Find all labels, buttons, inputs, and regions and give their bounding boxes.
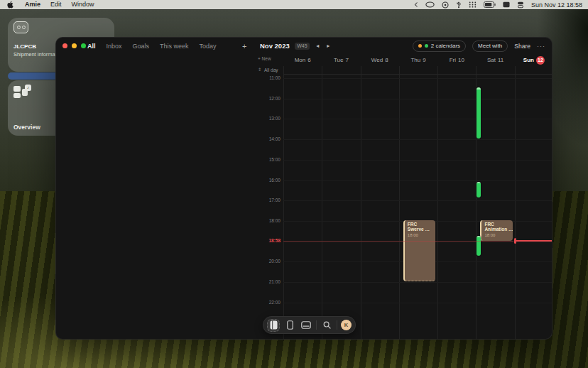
calendars-label: 2 calendars xyxy=(431,43,460,49)
all-day-label: All day xyxy=(264,67,278,72)
day-header-mon[interactable]: Mon6 xyxy=(295,54,311,66)
day-name: Thu xyxy=(410,57,420,63)
event-title: Swerve … xyxy=(408,227,434,232)
hour-label-16: 16:00 xyxy=(269,178,281,183)
event-time: 18:00 xyxy=(408,233,434,238)
apple-menu-icon[interactable] xyxy=(7,1,13,9)
day-name: Fri xyxy=(450,57,456,63)
date-navigation: Nov 2023 W45 ◂ ▸ xyxy=(260,38,331,54)
event-title: FRC xyxy=(408,222,434,227)
hour-label-21: 21:00 xyxy=(269,279,281,285)
dots-grid-icon[interactable] xyxy=(469,1,477,8)
tab-inbox[interactable]: Inbox xyxy=(107,43,122,50)
menu-bar-status-area: Sun Nov 12 18:58 xyxy=(414,1,588,9)
wallet-icon[interactable] xyxy=(300,319,312,332)
previous-week-button[interactable]: ◂ xyxy=(315,43,320,49)
day-date: 9 xyxy=(423,57,425,63)
zoom-button[interactable] xyxy=(81,43,86,48)
traffic-lights xyxy=(62,43,86,48)
new-event-button[interactable]: + New xyxy=(258,56,271,61)
close-button[interactable] xyxy=(62,43,67,48)
day-date: 7 xyxy=(345,57,348,63)
menu-edit[interactable]: Edit xyxy=(50,0,62,9)
event-time: 18:00 xyxy=(484,233,511,238)
menu-amie[interactable]: Amie xyxy=(25,0,40,9)
calendar-dot-orange xyxy=(418,44,422,48)
header-actions: 2 calendars Meet with Share ··· xyxy=(413,38,545,54)
month-label[interactable]: Nov 2023 xyxy=(260,42,290,50)
hour-label-17: 17:00 xyxy=(269,197,281,203)
battery-icon[interactable] xyxy=(484,1,496,8)
day-header-sun[interactable]: Sun12 xyxy=(523,54,545,66)
day-header-tue[interactable]: Tue7 xyxy=(334,54,349,66)
user-avatar[interactable]: K xyxy=(341,320,352,330)
music-note-badge-icon: ♪ xyxy=(25,85,31,91)
hour-line-15 xyxy=(283,160,552,161)
menu-window[interactable]: Window xyxy=(72,0,94,9)
hour-line-14 xyxy=(283,139,552,140)
tab-this-week[interactable]: This week xyxy=(160,43,189,50)
hour-line-16 xyxy=(283,180,552,181)
all-day-row: ⇕ All day xyxy=(256,67,283,74)
meet-with-button[interactable]: Meet with xyxy=(472,40,508,52)
hour-label-20: 20:00 xyxy=(269,259,281,264)
calendars-pill[interactable]: 2 calendars xyxy=(413,40,466,52)
week-number-badge: W45 xyxy=(295,43,310,50)
day-header-sat[interactable]: Sat11 xyxy=(487,54,503,66)
day-header-fri[interactable]: Fri10 xyxy=(450,54,464,66)
event-frc-swerve-…[interactable]: FRCSwerve …18:00 xyxy=(403,220,435,281)
calendar-view-icon[interactable] xyxy=(267,319,280,332)
menu-bar-clock[interactable]: Sun Nov 12 18:58 xyxy=(531,1,582,9)
day-name: Mon xyxy=(295,57,306,63)
mini-event-3[interactable] xyxy=(477,236,481,256)
next-week-button[interactable]: ▸ xyxy=(325,43,331,49)
toolbar-divider xyxy=(316,320,317,330)
event-title: Animation … xyxy=(484,227,511,232)
event-frc-animation-…[interactable]: FRCAnimation …18:00 xyxy=(480,220,512,241)
toolbar-divider xyxy=(337,320,337,330)
search-icon[interactable] xyxy=(320,319,333,332)
usb-icon[interactable] xyxy=(456,1,462,9)
column-border xyxy=(361,66,361,339)
chevron-left-icon[interactable] xyxy=(414,1,418,8)
column-border xyxy=(437,66,438,339)
tab-goals[interactable]: Goals xyxy=(133,43,150,50)
all-day-separator xyxy=(283,74,552,75)
mini-event-1[interactable] xyxy=(477,87,481,139)
add-tab-button[interactable]: + xyxy=(242,38,246,54)
more-options-button[interactable]: ··· xyxy=(537,43,545,50)
overview-widget-label: Overview xyxy=(13,124,40,131)
mini-event-2[interactable] xyxy=(477,182,481,197)
hour-line-21 xyxy=(283,282,552,283)
view-tabs: AllInboxGoalsThis weekToday xyxy=(87,38,217,54)
day-date: 10 xyxy=(458,57,464,63)
day-name: Tue xyxy=(334,57,344,63)
column-border xyxy=(322,66,322,339)
tab-all[interactable]: All xyxy=(87,43,96,50)
hour-label-12: 12:00 xyxy=(269,96,281,102)
minimize-button[interactable] xyxy=(72,43,77,48)
share-button[interactable]: Share xyxy=(514,43,530,50)
current-time-tick xyxy=(514,238,516,244)
current-time-label: 18:58 xyxy=(268,238,281,244)
hour-line-13 xyxy=(283,119,552,119)
display-icon[interactable] xyxy=(503,1,510,8)
collapse-all-day-icon[interactable]: ⇕ xyxy=(258,67,261,72)
day-header-thu[interactable]: Thu9 xyxy=(410,54,425,66)
cloud-icon[interactable] xyxy=(425,1,435,8)
today-date-badge: 12 xyxy=(536,56,545,65)
day-name: Wed xyxy=(371,57,383,63)
bottom-toolbar: K xyxy=(263,316,356,334)
column-border xyxy=(515,66,516,339)
week-grid: FRCSwerve …18:00FRCAnimation …18:00 xyxy=(283,66,552,339)
jlcpcb-app-icon xyxy=(13,21,28,33)
device-icon[interactable] xyxy=(283,319,296,332)
stats-icon[interactable] xyxy=(517,1,524,9)
day-header-wed[interactable]: Wed8 xyxy=(371,54,388,66)
hour-label-11: 11:00 xyxy=(269,75,281,81)
day-name: Sun xyxy=(523,57,534,63)
circle-icon[interactable] xyxy=(442,1,449,9)
time-gutter: ⇕ All day 11:0012:0013:0014:0015:0016:00… xyxy=(256,66,283,339)
tab-today[interactable]: Today xyxy=(200,43,217,50)
desktop: Amie Edit Window Sun Nov 12 18:58 JLCPCB… xyxy=(0,0,588,368)
